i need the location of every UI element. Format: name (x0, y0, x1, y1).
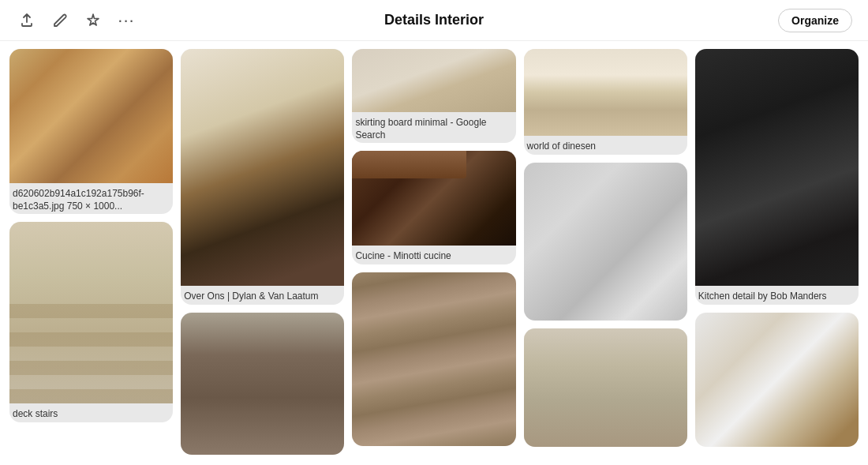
pin-label: d620602b914a1c192a175b96f-be1c3a5.jpg 75… (9, 183, 173, 214)
organize-button[interactable]: Organize (778, 9, 852, 32)
pin-card[interactable] (524, 163, 687, 321)
sparkle-icon[interactable] (82, 9, 104, 32)
pin-image (695, 313, 859, 447)
column-col3: skirting board minimal - Google SearchCu… (352, 49, 515, 457)
topbar: ··· Details Interior Organize (0, 0, 868, 41)
column-col2: Over Ons | Dylan & Van Laatum (181, 49, 344, 457)
pin-card[interactable]: Cucine - Minotti cucine (352, 151, 515, 264)
pin-label: Kitchen detail by Bob Manders (695, 286, 859, 305)
pin-image (352, 272, 515, 446)
column-col4: world of dinesen (524, 49, 687, 457)
pin-card[interactable] (695, 313, 859, 447)
page-title: Details Interior (384, 12, 484, 28)
pin-card[interactable] (181, 313, 344, 455)
pin-label: skirting board minimal - Google Search (352, 112, 515, 143)
pin-image (524, 49, 687, 136)
pin-card[interactable]: world of dinesen (524, 49, 687, 155)
pin-card[interactable] (524, 328, 687, 447)
pin-label: Cucine - Minotti cucine (352, 246, 515, 264)
pin-image (9, 222, 173, 403)
pin-image (695, 49, 859, 286)
more-icon[interactable]: ··· (115, 9, 137, 32)
pin-label: deck stairs (9, 403, 173, 422)
pin-card[interactable]: skirting board minimal - Google Search (352, 49, 515, 143)
pin-card[interactable]: Over Ons | Dylan & Van Laatum (181, 49, 344, 305)
pin-image (524, 163, 687, 321)
pin-label: Over Ons | Dylan & Van Laatum (181, 286, 344, 305)
pin-grid: d620602b914a1c192a175b96f-be1c3a5.jpg 75… (0, 41, 868, 465)
column-col1: d620602b914a1c192a175b96f-be1c3a5.jpg 75… (9, 49, 173, 457)
pin-card[interactable]: d620602b914a1c192a175b96f-be1c3a5.jpg 75… (9, 49, 173, 214)
pin-image (524, 328, 687, 447)
pin-card[interactable]: deck stairs (9, 222, 173, 422)
upload-icon[interactable] (16, 9, 38, 32)
topbar-left: ··· (16, 9, 137, 32)
pin-image (352, 49, 515, 112)
column-col5: Kitchen detail by Bob Manders (695, 49, 859, 457)
pin-card[interactable]: Kitchen detail by Bob Manders (695, 49, 859, 305)
pin-image (181, 49, 344, 286)
pin-image (352, 151, 515, 246)
pin-image (181, 313, 344, 455)
pin-label: world of dinesen (524, 136, 687, 155)
pin-card[interactable] (352, 272, 515, 446)
pin-image (9, 49, 173, 183)
edit-icon[interactable] (49, 9, 71, 32)
